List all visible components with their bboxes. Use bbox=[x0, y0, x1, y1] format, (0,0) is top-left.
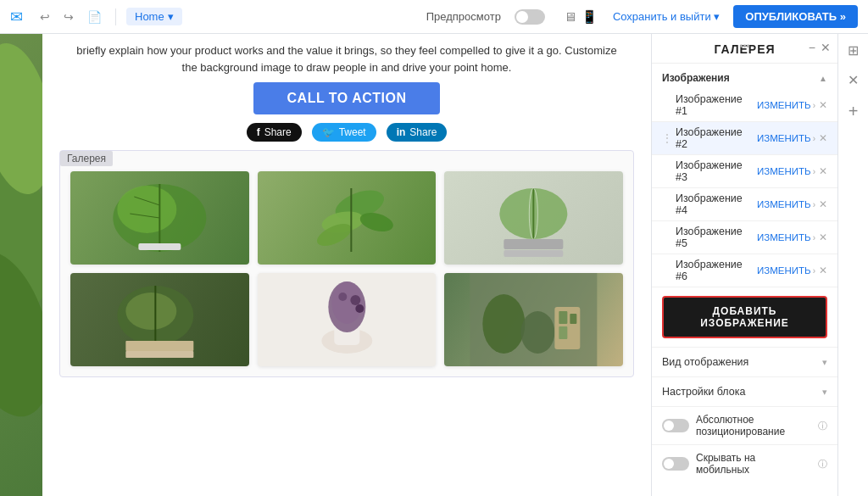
remove-icon[interactable]: ✕ bbox=[819, 231, 827, 243]
edit-link[interactable]: ИЗМЕНИТЬ bbox=[757, 100, 811, 110]
connect-icon[interactable]: ⊞ bbox=[848, 42, 859, 59]
image-name: Изображение #4 bbox=[676, 192, 752, 216]
close-strip-icon[interactable]: ✕ bbox=[848, 72, 859, 88]
image-name: Изображение #3 bbox=[676, 159, 752, 183]
image-item-6[interactable]: Изображение #6 ИЗМЕНИТЬ › ✕ bbox=[652, 254, 837, 287]
image-item-2[interactable]: ⋮ Изображение #2 ИЗМЕНИТЬ › ✕ bbox=[652, 122, 837, 155]
edit-link[interactable]: ИЗМЕНИТЬ bbox=[757, 232, 811, 242]
toggle-knob bbox=[664, 459, 674, 469]
display-mode-section[interactable]: Вид отображения ▾ bbox=[652, 347, 837, 376]
absolute-positioning-label: Абсолютное позиционирование bbox=[696, 414, 810, 437]
remove-icon[interactable]: ✕ bbox=[819, 99, 827, 111]
absolute-positioning-toggle[interactable] bbox=[662, 419, 689, 432]
edit-link[interactable]: ИЗМЕНИТЬ bbox=[757, 166, 811, 176]
image-name: Изображение #2 bbox=[676, 126, 752, 150]
info-icon[interactable]: ⓘ bbox=[818, 420, 827, 432]
svg-point-20 bbox=[125, 293, 176, 330]
toggle-knob bbox=[664, 421, 674, 431]
remove-icon[interactable]: ✕ bbox=[819, 165, 827, 177]
gallery-item-1[interactable] bbox=[70, 171, 249, 265]
file-icon[interactable]: 📄 bbox=[84, 8, 105, 25]
gallery-item-2[interactable] bbox=[258, 171, 437, 265]
edit-link[interactable]: ИЗМЕНИТЬ bbox=[757, 199, 811, 209]
svg-rect-23 bbox=[125, 351, 193, 358]
sidebar-header: ••• ГАЛЕРЕЯ − ✕ bbox=[652, 34, 837, 64]
preview-label: Предпросмотр bbox=[426, 10, 501, 23]
undo-icon[interactable]: ↩ bbox=[36, 8, 53, 25]
svg-rect-22 bbox=[125, 341, 193, 351]
gallery-label: Галерея bbox=[60, 151, 113, 166]
edit-link[interactable]: ИЗМЕНИТЬ bbox=[757, 265, 811, 276]
svg-point-4 bbox=[117, 186, 176, 233]
svg-point-29 bbox=[338, 293, 347, 301]
facebook-label: Share bbox=[264, 126, 292, 138]
device-icons: 🖥 📱 bbox=[564, 9, 598, 25]
add-strip-icon[interactable]: + bbox=[849, 102, 859, 121]
remove-icon[interactable]: ✕ bbox=[819, 265, 827, 276]
remove-icon[interactable]: ✕ bbox=[819, 132, 827, 144]
svg-point-1 bbox=[0, 37, 42, 199]
chevron-icon: › bbox=[813, 167, 815, 176]
home-label: Home bbox=[135, 10, 164, 23]
chevron-icon: › bbox=[813, 200, 815, 209]
gallery-item-4[interactable] bbox=[70, 273, 249, 366]
twitter-share[interactable]: 🐦 Tweet bbox=[312, 123, 376, 142]
block-settings-section[interactable]: Настройки блока ▾ bbox=[652, 376, 837, 406]
drag-dots-icon: ••• bbox=[739, 41, 750, 53]
display-mode-label: Вид отображения bbox=[662, 356, 748, 368]
svg-rect-37 bbox=[559, 326, 568, 339]
canvas: briefly explain how your product works a… bbox=[0, 34, 651, 496]
images-section-label: Изображения bbox=[662, 72, 730, 84]
block-settings-label: Настройки блока bbox=[662, 386, 745, 398]
edit-link[interactable]: ИЗМЕНИТЬ bbox=[757, 133, 811, 143]
page-content: briefly explain how your product works a… bbox=[42, 34, 651, 496]
absolute-positioning-toggle-row: Абсолютное позиционирование ⓘ bbox=[652, 406, 837, 444]
chevron-icon: › bbox=[813, 101, 815, 110]
svg-rect-17 bbox=[504, 239, 564, 249]
svg-rect-18 bbox=[504, 250, 564, 257]
chevron-icon: › bbox=[813, 266, 815, 276]
image-item-3[interactable]: Изображение #3 ИЗМЕНИТЬ › ✕ bbox=[652, 155, 837, 188]
svg-point-32 bbox=[483, 294, 526, 354]
separator bbox=[115, 8, 116, 25]
redo-icon[interactable]: ↪ bbox=[60, 8, 77, 25]
image-item-5[interactable]: Изображение #5 ИЗМЕНИТЬ › ✕ bbox=[652, 221, 837, 254]
desktop-icon[interactable]: 🖥 bbox=[564, 9, 576, 25]
gallery-item-5[interactable] bbox=[258, 273, 437, 366]
image-name: Изображение #1 bbox=[676, 93, 752, 117]
preview-toggle[interactable] bbox=[515, 9, 545, 25]
hero-text: briefly explain how your product works a… bbox=[42, 34, 651, 82]
chevron-icon: › bbox=[813, 134, 815, 143]
logo-icon: ✉ bbox=[10, 8, 23, 26]
publish-button[interactable]: ОПУБЛИКОВАТЬ » bbox=[733, 5, 858, 28]
social-bar: f Share 🐦 Tweet in Share bbox=[42, 123, 651, 142]
block-settings-chevron-icon: ▾ bbox=[822, 387, 827, 398]
hide-mobile-toggle[interactable] bbox=[662, 457, 689, 471]
image-name: Изображение #6 bbox=[676, 259, 752, 282]
svg-point-28 bbox=[350, 295, 360, 305]
image-actions: ИЗМЕНИТЬ › ✕ bbox=[757, 99, 827, 111]
save-button[interactable]: Сохранить и выйти ▾ bbox=[613, 10, 720, 23]
sidebar-minus-icon[interactable]: − bbox=[809, 41, 815, 54]
add-image-button[interactable]: ДОБАВИТЬ ИЗОБРАЖЕНИЕ bbox=[662, 296, 827, 338]
display-mode-chevron-icon: ▾ bbox=[822, 357, 827, 368]
image-item-4[interactable]: Изображение #4 ИЗМЕНИТЬ › ✕ bbox=[652, 188, 837, 221]
image-actions: ИЗМЕНИТЬ › ✕ bbox=[757, 231, 827, 243]
svg-rect-35 bbox=[559, 311, 568, 324]
remove-icon[interactable]: ✕ bbox=[819, 198, 827, 210]
sidebar-close-icon[interactable]: ✕ bbox=[821, 41, 831, 54]
gallery-item-6[interactable] bbox=[444, 273, 623, 366]
info-icon[interactable]: ⓘ bbox=[818, 458, 827, 471]
svg-rect-36 bbox=[570, 314, 577, 324]
home-nav[interactable]: Home ▾ bbox=[126, 8, 182, 25]
images-chevron-icon[interactable]: ▲ bbox=[819, 74, 827, 83]
gallery-item-3[interactable] bbox=[444, 171, 623, 265]
image-item-1[interactable]: Изображение #1 ИЗМЕНИТЬ › ✕ bbox=[652, 89, 837, 122]
topbar: ✉ ↩ ↪ 📄 Home ▾ Предпросмотр 🖥 📱 Сохранит… bbox=[0, 0, 868, 34]
cta-button[interactable]: CALL TO ACTION bbox=[253, 82, 440, 114]
linkedin-share[interactable]: in Share bbox=[387, 123, 448, 142]
twitter-icon: 🐦 bbox=[322, 126, 335, 138]
facebook-share[interactable]: f Share bbox=[247, 123, 302, 142]
sidebar-header-actions: − ✕ bbox=[809, 41, 831, 54]
mobile-icon[interactable]: 📱 bbox=[581, 9, 598, 25]
